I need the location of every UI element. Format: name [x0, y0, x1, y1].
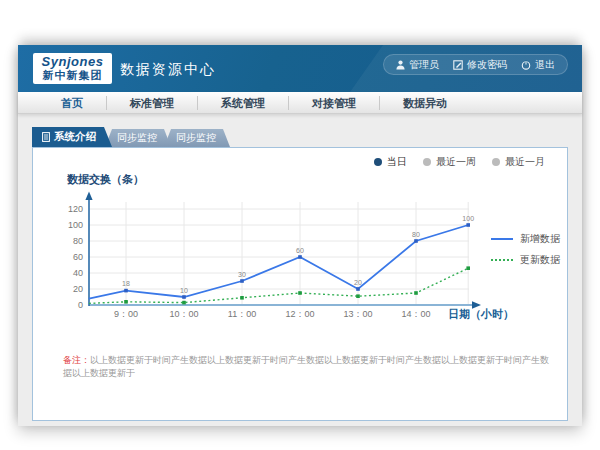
svg-text:20: 20	[73, 284, 83, 294]
chart-svg: 0204060801001209：0010：0011：0012：0013：001…	[49, 188, 509, 333]
svg-text:日期（小时）: 日期（小时）	[448, 308, 509, 321]
main-nav: 首页 标准管理 系统管理 对接管理 数据异动	[18, 92, 582, 114]
tab-label: 系统介绍	[54, 130, 96, 144]
svg-text:9：00: 9：00	[114, 309, 138, 319]
legend-label: 新增数据	[520, 232, 560, 246]
radio-label: 最近一月	[505, 155, 545, 169]
footnote: 备注：以上数据更新于时间产生数据以上数据更新于时间产生数据以上数据更新于时间产生…	[63, 354, 553, 380]
radio-last-week[interactable]: 最近一周	[423, 155, 476, 169]
legend-item-new-data[interactable]: 新增数据	[491, 228, 560, 249]
y-axis-title: 数据交换（条）	[67, 172, 144, 187]
svg-text:20: 20	[354, 279, 362, 286]
nav-item-interface-mgmt[interactable]: 对接管理	[289, 96, 380, 110]
nav-item-data-change[interactable]: 数据异动	[380, 96, 470, 110]
svg-text:60: 60	[73, 252, 83, 262]
radio-last-month[interactable]: 最近一月	[492, 155, 545, 169]
change-password-button-label: 修改密码	[467, 58, 507, 72]
user-icon	[396, 60, 405, 70]
legend-line-dotted-icon	[491, 259, 513, 261]
logo[interactable]: Synjones 新中新集团	[33, 53, 112, 84]
tab-bar: 系统介绍 同步监控 同步监控	[32, 127, 230, 147]
svg-text:30: 30	[238, 271, 246, 278]
svg-text:100: 100	[68, 220, 83, 230]
change-password-button[interactable]: 修改密码	[453, 58, 507, 72]
footnote-prefix: 备注：	[63, 355, 90, 365]
user-button[interactable]: 管理员	[396, 58, 439, 72]
legend-line-solid-icon	[491, 238, 513, 240]
svg-text:18: 18	[122, 280, 130, 287]
svg-text:100: 100	[462, 215, 474, 222]
svg-text:60: 60	[296, 247, 304, 254]
logout-button-label: 退出	[535, 58, 555, 72]
range-selector: 当日 最近一周 最近一月	[374, 155, 545, 169]
logout-button[interactable]: 退出	[521, 58, 555, 72]
svg-text:80: 80	[412, 231, 420, 238]
logo-text-en: Synjones	[33, 55, 112, 69]
svg-text:13：00: 13：00	[343, 309, 372, 319]
radio-label: 当日	[387, 155, 407, 169]
svg-text:80: 80	[73, 236, 83, 246]
nav-item-home[interactable]: 首页	[38, 96, 107, 110]
footnote-text: 以上数据更新于时间产生数据以上数据更新于时间产生数据以上数据更新于时间产生数据以…	[63, 355, 549, 378]
document-icon	[42, 132, 50, 142]
radio-today[interactable]: 当日	[374, 155, 407, 169]
tab-label: 同步监控	[176, 131, 216, 145]
nav-item-system-mgmt[interactable]: 系统管理	[198, 96, 289, 110]
radio-label: 最近一周	[436, 155, 476, 169]
svg-text:40: 40	[73, 268, 83, 278]
user-button-label: 管理员	[409, 58, 439, 72]
radio-dot-icon	[374, 158, 382, 166]
svg-text:14：00: 14：00	[401, 309, 430, 319]
svg-text:12：00: 12：00	[285, 309, 314, 319]
radio-dot-icon	[492, 158, 500, 166]
tab-sync-monitor-2[interactable]: 同步监控	[164, 129, 230, 147]
tab-sync-monitor-1[interactable]: 同步监控	[105, 129, 171, 147]
logo-text-cn: 新中新集团	[33, 69, 112, 82]
svg-text:10：00: 10：00	[169, 309, 198, 319]
header-actions: 管理员 修改密码 退出	[383, 54, 568, 75]
tab-label: 同步监控	[117, 131, 157, 145]
chart-panel: 当日 最近一周 最近一月 数据交换（条） 0204060801001209：00…	[32, 147, 568, 421]
legend-item-update-data[interactable]: 更新数据	[491, 249, 560, 270]
svg-text:10: 10	[180, 287, 188, 294]
svg-text:11：00: 11：00	[228, 309, 256, 319]
page-title: 数据资源中心	[120, 61, 216, 79]
tab-system-intro[interactable]: 系统介绍	[32, 127, 112, 147]
app-window: Synjones 新中新集团 数据资源中心 管理员 修改密码	[18, 45, 582, 426]
radio-dot-icon	[423, 158, 431, 166]
app-header: Synjones 新中新集团 数据资源中心 管理员 修改密码	[18, 45, 582, 92]
nav-item-standard-mgmt[interactable]: 标准管理	[107, 96, 198, 110]
edit-icon	[453, 60, 463, 70]
page: { "header": { "logo_line1": "Synjones", …	[0, 0, 600, 450]
svg-text:120: 120	[68, 204, 83, 214]
power-icon	[521, 60, 531, 70]
chart-legend: 新增数据 更新数据	[491, 228, 560, 270]
legend-label: 更新数据	[520, 253, 560, 267]
content-area: 系统介绍 同步监控 同步监控 当日 最近一周	[18, 114, 582, 426]
svg-text:0: 0	[78, 300, 83, 310]
